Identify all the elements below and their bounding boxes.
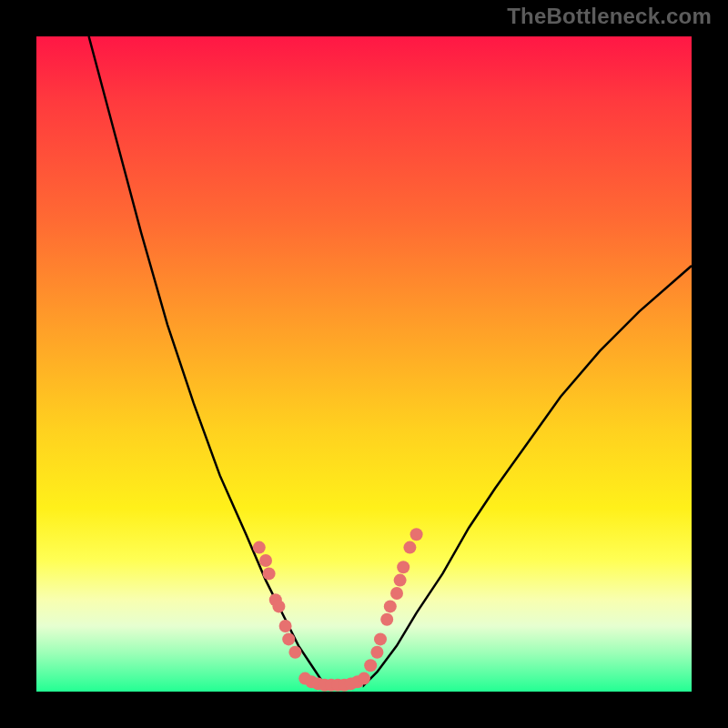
data-point: [397, 561, 410, 573]
data-point: [253, 541, 266, 554]
plot-area: [36, 36, 692, 692]
bottleneck-curve-svg: [36, 36, 692, 692]
data-point: [263, 567, 276, 580]
data-point: [370, 646, 383, 659]
data-point: [259, 554, 272, 567]
data-point: [410, 528, 423, 541]
data-point: [288, 646, 301, 659]
data-point: [279, 620, 292, 632]
data-point: [390, 587, 403, 600]
data-point: [272, 600, 285, 612]
bottleneck-curve: [89, 36, 692, 685]
data-point: [374, 632, 387, 645]
data-point: [384, 600, 397, 612]
data-point: [364, 659, 377, 672]
data-point: [358, 672, 370, 685]
watermark-text: TheBottleneck.com: [507, 4, 712, 29]
data-point: [380, 613, 393, 626]
data-point: [403, 541, 416, 554]
data-point: [394, 574, 407, 587]
chart-frame: TheBottleneck.com: [0, 0, 728, 728]
data-point: [282, 632, 295, 645]
